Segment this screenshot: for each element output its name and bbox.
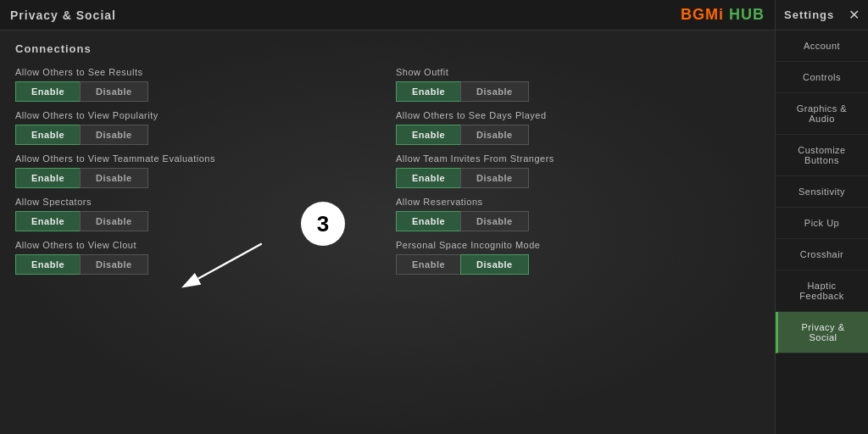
disable-allow-others-see-days-played[interactable]: Disable — [460, 125, 529, 145]
sidebar-item-privacy-social[interactable]: Privacy & Social — [776, 312, 868, 353]
disable-allow-others-view-teammate-evaluations[interactable]: Disable — [80, 168, 148, 188]
label-allow-reservations: Allow Reservations — [396, 197, 760, 207]
enable-show-outfit[interactable]: Enable — [396, 81, 460, 102]
sidebar-item-pick-up[interactable]: Pick Up — [776, 208, 868, 239]
close-icon[interactable]: ✕ — [849, 7, 860, 23]
toggle-personal-space-incognito-mode: Enable Disable — [396, 254, 760, 275]
sidebar-label-account: Account — [804, 41, 840, 51]
sidebar-label-customize-buttons: Customize Buttons — [798, 145, 845, 165]
setting-allow-reservations: Allow Reservations Enable Disable — [396, 197, 760, 231]
sidebar: Settings ✕ Account Controls Graphics & A… — [775, 0, 868, 434]
toggle-allow-others-view-teammate-evaluations: Enable Disable — [15, 168, 379, 188]
setting-allow-others-see-days-played: Allow Others to See Days Played Enable D… — [396, 110, 760, 145]
sidebar-label-privacy-social: Privacy & Social — [802, 322, 845, 342]
sidebar-item-account[interactable]: Account — [776, 31, 868, 62]
disable-show-outfit[interactable]: Disable — [460, 81, 529, 102]
bgmi-hub-logo: BGMi HUB — [681, 6, 765, 24]
sidebar-header-title: Settings — [784, 8, 834, 21]
connections-section-title: Connections — [15, 42, 760, 55]
label-allow-others-see-days-played: Allow Others to See Days Played — [396, 110, 760, 120]
hub-text: HUB — [729, 6, 765, 23]
label-allow-team-invites-from-strangers: Allow Team Invites From Strangers — [396, 153, 760, 164]
toggle-allow-others-see-results: Enable Disable — [15, 81, 379, 102]
sidebar-item-controls[interactable]: Controls — [776, 62, 868, 93]
toggle-allow-team-invites-from-strangers: Enable Disable — [396, 168, 760, 188]
toggle-show-outfit: Enable Disable — [396, 81, 760, 102]
annotation-circle-3: 3 — [301, 202, 345, 246]
enable-allow-spectators[interactable]: Enable — [15, 211, 80, 231]
disable-allow-spectators[interactable]: Disable — [80, 211, 148, 231]
sidebar-label-haptic-feedback: Haptic Feedback — [799, 281, 843, 301]
disable-personal-space-incognito-mode[interactable]: Disable — [460, 254, 529, 275]
enable-allow-others-see-results[interactable]: Enable — [15, 81, 80, 102]
sidebar-label-pick-up: Pick Up — [804, 218, 839, 228]
annotation-number: 3 — [317, 211, 329, 237]
label-personal-space-incognito-mode: Personal Space Incognito Mode — [396, 240, 760, 250]
setting-allow-team-invites-from-strangers: Allow Team Invites From Strangers Enable… — [396, 153, 760, 188]
setting-allow-others-view-teammate-evaluations: Allow Others to View Teammate Evaluation… — [15, 153, 379, 188]
label-allow-others-view-teammate-evaluations: Allow Others to View Teammate Evaluation… — [15, 153, 379, 164]
sidebar-label-crosshair: Crosshair — [800, 249, 844, 259]
main-area: Privacy & Social BGMi HUB Connections Al… — [0, 0, 775, 434]
sidebar-header: Settings ✕ — [776, 0, 868, 31]
enable-personal-space-incognito-mode[interactable]: Enable — [396, 254, 460, 275]
toggle-allow-reservations: Enable Disable — [396, 211, 760, 231]
enable-allow-team-invites-from-strangers[interactable]: Enable — [396, 168, 460, 188]
disable-allow-others-see-results[interactable]: Disable — [80, 81, 148, 102]
disable-allow-team-invites-from-strangers[interactable]: Disable — [460, 168, 529, 188]
toggle-allow-others-see-days-played: Enable Disable — [396, 125, 760, 145]
enable-allow-others-view-clout[interactable]: Enable — [15, 254, 80, 275]
sidebar-item-sensitivity[interactable]: Sensitivity — [776, 176, 868, 208]
sidebar-item-haptic-feedback[interactable]: Haptic Feedback — [776, 270, 868, 312]
annotation-arrow — [170, 237, 297, 288]
svg-line-1 — [198, 244, 262, 279]
enable-allow-reservations[interactable]: Enable — [396, 211, 460, 231]
bgmi-text: BGMi — [681, 6, 724, 23]
setting-allow-others-see-results: Allow Others to See Results Enable Disab… — [15, 67, 379, 102]
sidebar-item-crosshair[interactable]: Crosshair — [776, 239, 868, 270]
enable-allow-others-see-days-played[interactable]: Enable — [396, 125, 460, 145]
enable-allow-others-view-teammate-evaluations[interactable]: Enable — [15, 168, 80, 188]
top-bar: Privacy & Social BGMi HUB — [0, 0, 775, 31]
enable-allow-others-view-popularity[interactable]: Enable — [15, 125, 80, 145]
setting-allow-others-view-popularity: Allow Others to View Popularity Enable D… — [15, 110, 379, 145]
label-allow-others-see-results: Allow Others to See Results — [15, 67, 379, 77]
sidebar-item-customize-buttons[interactable]: Customize Buttons — [776, 135, 868, 176]
sidebar-label-graphics-audio: Graphics & Audio — [797, 103, 847, 124]
sidebar-label-sensitivity: Sensitivity — [798, 186, 845, 197]
toggle-allow-others-view-popularity: Enable Disable — [15, 125, 379, 145]
content-area: Connections Allow Others to See Results … — [0, 31, 775, 434]
disable-allow-others-view-clout[interactable]: Disable — [80, 254, 148, 275]
disable-allow-others-view-popularity[interactable]: Disable — [80, 125, 148, 145]
page-title: Privacy & Social — [10, 8, 116, 22]
settings-grid: Allow Others to See Results Enable Disab… — [15, 67, 760, 275]
setting-show-outfit: Show Outfit Enable Disable — [396, 67, 760, 102]
sidebar-label-controls: Controls — [803, 72, 841, 82]
label-show-outfit: Show Outfit — [396, 67, 760, 77]
setting-personal-space-incognito-mode: Personal Space Incognito Mode Enable Dis… — [396, 240, 760, 275]
disable-allow-reservations[interactable]: Disable — [460, 211, 529, 231]
sidebar-item-graphics-audio[interactable]: Graphics & Audio — [776, 93, 868, 135]
label-allow-others-view-popularity: Allow Others to View Popularity — [15, 110, 379, 120]
